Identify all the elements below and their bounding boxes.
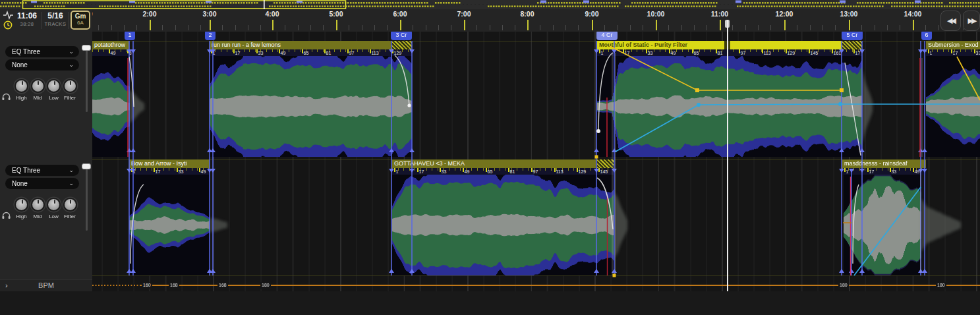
timeline-marker-4-cr[interactable]: 4 Cr xyxy=(596,32,618,40)
ruler-tick-minor xyxy=(618,25,618,30)
timeline-marker-3-cr[interactable]: 3 Cr xyxy=(391,32,412,40)
bpm-value: 180 xyxy=(838,282,849,289)
clip-waveform-potatothrow[interactable] xyxy=(92,56,130,157)
ruler-tick-minor xyxy=(770,25,771,30)
timeline-ruler[interactable]: 1:002:003:004:005:006:007:008:009:0010:0… xyxy=(92,9,980,32)
ruler-tick-minor xyxy=(643,25,643,30)
eq-preset-dropdown[interactable]: EQ Three⌄ xyxy=(5,165,79,176)
clip-waveform-masddnesss-rainsdeaf[interactable] xyxy=(844,175,921,275)
ruler-tick-major xyxy=(849,20,850,30)
ruler-label-7-00: 7:00 xyxy=(451,10,477,18)
beat-tick xyxy=(905,168,906,171)
clip-waveform-ghost-gottahaveu-3-meka xyxy=(614,175,627,275)
ruler-label-6-00: 6:00 xyxy=(387,10,413,18)
fx-dropdown[interactable]: None⌄ xyxy=(5,178,79,189)
clip-waveform-ghost-masddnesss-rainsdeaf xyxy=(921,175,961,275)
beat-tick xyxy=(888,168,888,171)
beat-tick xyxy=(432,168,432,171)
clip-title-gottahaveu-3-meka[interactable]: GOTTAHAVEU <3 - MEKA xyxy=(392,159,596,168)
ruler-tick-minor xyxy=(681,25,682,30)
ruler-label-8-00: 8:00 xyxy=(514,10,540,18)
ruler-label-10-00: 10:00 xyxy=(643,10,669,18)
eq-preset-dropdown[interactable]: EQ Three⌄ xyxy=(5,46,79,57)
clip-waveform-mouthful-of-static-purity-filter[interactable] xyxy=(597,56,862,157)
clip-waveform-submersion-exod[interactable] xyxy=(926,56,980,157)
knob-mid[interactable] xyxy=(31,198,45,212)
timeline-area[interactable]: 4965potatothrow1173349658197113129run ru… xyxy=(92,32,980,291)
beat-tick xyxy=(637,49,637,52)
clip-waveform-bow-and-arrow-isyti[interactable] xyxy=(129,175,210,275)
beat-number: 33 xyxy=(442,169,447,175)
volume-slider-handle[interactable] xyxy=(82,45,91,51)
rewind-button[interactable]: ◀◀ xyxy=(940,11,961,31)
knob-low[interactable] xyxy=(47,79,61,93)
beat-number: 33 xyxy=(892,169,897,175)
beat-tick xyxy=(597,49,598,52)
knob-filter[interactable] xyxy=(63,79,77,93)
timeline-marker-6[interactable]: 6 xyxy=(921,32,932,40)
ruler-tick-minor xyxy=(98,25,99,30)
volume-slider[interactable] xyxy=(86,46,88,112)
beat-tick xyxy=(540,168,540,171)
knob-high[interactable] xyxy=(14,198,28,212)
key-value: Gm xyxy=(72,13,89,20)
ruler-tick-minor xyxy=(349,25,349,30)
set-overview-minimap[interactable] xyxy=(0,0,980,9)
timeline-marker-5-cr[interactable]: 5 Cr xyxy=(842,32,863,40)
ruler-label-12-00: 12:00 xyxy=(771,10,797,18)
beat-tick xyxy=(631,49,632,52)
beat-tick xyxy=(163,168,164,171)
clip-title-mouthful-of-static-purity-filter[interactable]: Mouthful of Static - Purity Filter xyxy=(597,41,842,49)
ruler-tick-minor xyxy=(222,25,223,30)
timeline-marker-1[interactable]: 1 xyxy=(125,32,135,40)
clip-title-masddnesss-rainsdeaf[interactable]: masddnesss - rainsdeaf xyxy=(842,159,926,168)
clip-waveform-run-run-run-a-few-lemons[interactable] xyxy=(210,56,412,157)
clip-title-potatothrow[interactable]: potatothrow xyxy=(92,41,129,49)
beat-tick xyxy=(500,168,500,171)
clip-waveform-gottahaveu-3-meka[interactable] xyxy=(392,175,614,275)
beat-tick-major xyxy=(598,168,600,172)
beat-tick xyxy=(573,168,574,171)
beat-tick xyxy=(317,49,318,52)
ruler-tick-minor xyxy=(604,25,605,30)
beat-number: 161 xyxy=(834,50,842,56)
ruler-tick-minor xyxy=(938,25,939,30)
clip-beat-ruler-run-run-run-a-few-lemons: 1173349658197113129 xyxy=(210,49,412,56)
beat-tick xyxy=(705,49,705,52)
beat-number: 49 xyxy=(671,50,676,56)
ruler-tick-minor xyxy=(413,25,413,30)
transition-hatch xyxy=(597,159,614,168)
beat-tick xyxy=(528,168,529,171)
ruler-tick-minor xyxy=(706,25,707,30)
clip-title-bow-and-arrow-isyti[interactable]: Bow and Arrow - Isyti xyxy=(129,159,210,168)
beat-tick xyxy=(733,49,734,52)
timeline-marker-2[interactable]: 2 xyxy=(205,32,216,40)
beat-tick xyxy=(334,49,335,52)
beat-number: 65 xyxy=(304,50,309,56)
volume-slider-handle[interactable] xyxy=(82,163,91,169)
beat-tick xyxy=(129,168,130,171)
ruler-tick-minor xyxy=(426,25,426,30)
knob-low[interactable] xyxy=(47,198,61,212)
key-badge[interactable]: Gm 6A xyxy=(71,11,90,30)
playhead-line[interactable] xyxy=(727,20,728,291)
beat-tick-major xyxy=(233,49,235,53)
clip-title-run-run-run-a-few-lemons[interactable]: run run run - a few lemons xyxy=(210,41,391,49)
beat-tick xyxy=(312,49,312,52)
knob-filter[interactable] xyxy=(63,198,77,212)
knob-high[interactable] xyxy=(14,79,28,93)
beat-tick xyxy=(471,168,472,171)
ruler-tick-minor xyxy=(553,25,554,30)
camelot-code: 6A xyxy=(72,20,89,26)
beat-tick xyxy=(865,168,865,171)
divider xyxy=(41,12,42,29)
bpm-lane-header[interactable]: › BPM xyxy=(0,279,92,291)
knob-pointer xyxy=(38,81,39,85)
beat-tick xyxy=(221,49,221,52)
fx-dropdown[interactable]: None⌄ xyxy=(5,59,79,71)
clip-title-submersion-exod[interactable]: Submersion - Exod xyxy=(926,41,980,49)
beat-number: 129 xyxy=(788,50,795,56)
fast-forward-button[interactable]: ▶▶ xyxy=(963,11,980,31)
knob-mid[interactable] xyxy=(31,79,45,93)
volume-slider[interactable] xyxy=(86,165,88,231)
